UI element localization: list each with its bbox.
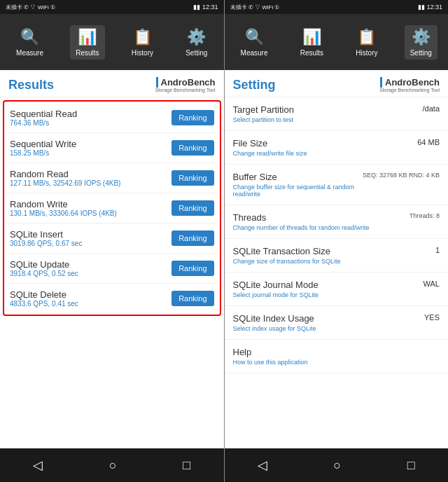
- result-info: Sequential Write 158.25 MB/s: [10, 139, 172, 157]
- results-label-left: Results: [76, 49, 99, 57]
- setting-desc: Change read/write file size: [233, 150, 412, 157]
- ranking-button[interactable]: Ranking: [172, 170, 214, 186]
- setting-item[interactable]: Target Partition Select partition to tes…: [225, 97, 449, 131]
- result-value: 4833.6 QPS, 0.41 sec: [10, 300, 172, 308]
- setting-name: Target Partition: [233, 104, 417, 115]
- result-item: Sequential Write 158.25 MB/s Ranking: [6, 133, 218, 163]
- setting-item[interactable]: File Size Change read/write file size 64…: [225, 131, 449, 165]
- result-name: Random Write: [10, 199, 172, 209]
- back-btn-right[interactable]: ◁: [258, 457, 267, 473]
- setting-value-small: SEQ: 32768 KB RND: 4 KB: [363, 172, 440, 179]
- nav-bar-left: 🔍 Measure 📊 Results 📋 History ⚙️ Setting: [0, 14, 224, 70]
- result-name: Sequential Read: [10, 109, 172, 119]
- results-label-right: Results: [300, 49, 323, 57]
- setting-info: SQLite Journal Mode Select journal mode …: [233, 280, 418, 298]
- setting-item[interactable]: Threads Change number of threads for ran…: [225, 205, 449, 239]
- right-phone: 未插卡 ✆ ▽ WiFi ① ▮▮ 12:31 🔍 Measure 📊 Resu…: [225, 0, 449, 482]
- measure-icon-left: 🔍: [20, 28, 39, 46]
- setting-value: YES: [424, 313, 440, 322]
- result-value: 3918.4 QPS, 0.52 sec: [10, 270, 172, 277]
- setting-desc: Select journal mode for SQLite: [233, 291, 418, 298]
- ranking-button[interactable]: Ranking: [172, 110, 214, 125]
- setting-info: SQLite Transaction Size Change size of t…: [233, 246, 430, 265]
- history-label-right: History: [356, 49, 377, 57]
- result-value: 130.1 MB/s, 33306.64 IOPS (4KB): [10, 209, 172, 217]
- status-left: 未插卡 ✆ ▽ WiFi ①: [6, 4, 55, 11]
- home-btn-right[interactable]: ○: [333, 458, 341, 473]
- measure-icon-right: 🔍: [245, 28, 264, 46]
- logo-right: AndroBench Storage Benchmarking Tool: [379, 77, 440, 92]
- setting-desc: Change buffer size for sequential & rand…: [233, 184, 360, 198]
- setting-desc: Change number of threads for random read…: [233, 224, 407, 231]
- setting-list: Target Partition Select partition to tes…: [225, 97, 449, 448]
- nav-measure-right[interactable]: 🔍 Measure: [235, 25, 274, 60]
- setting-label-right: Setting: [410, 49, 432, 57]
- logo-left: AndroBench Storage Benchmarking Tool: [155, 77, 216, 92]
- setting-item[interactable]: SQLite Transaction Size Change size of t…: [225, 239, 449, 273]
- status-bar-left: 未插卡 ✆ ▽ WiFi ① ▮▮ 12:31: [0, 0, 224, 14]
- result-border: Sequential Read 764.36 MB/s Ranking Sequ…: [3, 100, 221, 316]
- result-info: SQLite Delete 4833.6 QPS, 0.41 sec: [10, 289, 172, 308]
- setting-item[interactable]: SQLite Journal Mode Select journal mode …: [225, 273, 449, 306]
- recents-btn-right[interactable]: □: [407, 458, 415, 473]
- left-phone: 未插卡 ✆ ▽ WiFi ① ▮▮ 12:31 🔍 Measure 📊 Resu…: [0, 0, 224, 482]
- history-icon-right: 📋: [357, 28, 376, 46]
- result-value: 3019.86 QPS, 0.67 sec: [10, 240, 172, 247]
- result-name: Sequential Write: [10, 139, 172, 149]
- recents-btn-left[interactable]: □: [183, 458, 190, 473]
- ranking-button[interactable]: Ranking: [172, 261, 214, 276]
- measure-label-right: Measure: [241, 49, 268, 57]
- result-value: 764.36 MB/s: [10, 119, 172, 127]
- history-label-left: History: [132, 49, 153, 57]
- setting-name: Threads: [233, 212, 407, 223]
- setting-desc: How to use this application: [233, 359, 440, 366]
- setting-desc: Select partition to test: [233, 116, 417, 123]
- setting-item[interactable]: Buffer Size Change buffer size for seque…: [225, 165, 449, 205]
- back-btn-left[interactable]: ◁: [33, 457, 43, 473]
- result-info: SQLite Insert 3019.86 QPS, 0.67 sec: [10, 229, 172, 247]
- setting-value-small: Threads: 8: [410, 212, 440, 219]
- result-value: 158.25 MB/s: [10, 149, 172, 157]
- ranking-button[interactable]: Ranking: [172, 200, 214, 216]
- nav-results-left[interactable]: 📊 Results: [70, 25, 104, 60]
- logo-text-right: AndroBench: [380, 77, 440, 88]
- nav-history-right[interactable]: 📋 History: [350, 25, 383, 60]
- content-header-left: Results AndroBench Storage Benchmarking …: [0, 70, 224, 97]
- result-info: Random Read 127.11 MB/s, 32542.69 IOPS (…: [10, 169, 172, 187]
- ranking-button[interactable]: Ranking: [172, 291, 214, 306]
- bottom-bar-right: ◁ ○ □: [225, 448, 449, 482]
- ranking-button[interactable]: Ranking: [172, 140, 214, 156]
- result-item: Random Write 130.1 MB/s, 33306.64 IOPS (…: [6, 193, 218, 223]
- result-value: 127.11 MB/s, 32542.69 IOPS (4KB): [10, 179, 172, 187]
- result-info: Sequential Read 764.36 MB/s: [10, 109, 172, 127]
- setting-desc: Select index usage for SQLite: [233, 325, 419, 332]
- status-bar-right: 未插卡 ✆ ▽ WiFi ① ▮▮ 12:31: [225, 0, 449, 14]
- content-title-right: Setting: [233, 78, 276, 92]
- setting-name: Buffer Size: [233, 172, 360, 182]
- result-name: Random Read: [10, 169, 172, 179]
- logo-sub-left: Storage Benchmarking Tool: [155, 88, 216, 92]
- setting-desc: Change size of transactions for SQLite: [233, 258, 430, 265]
- nav-bar-right: 🔍 Measure 📊 Results 📋 History ⚙️ Setting: [225, 14, 449, 70]
- results-icon-left: 📊: [78, 28, 97, 46]
- nav-measure-left[interactable]: 🔍 Measure: [10, 25, 49, 60]
- setting-item[interactable]: Help How to use this application: [225, 340, 449, 373]
- setting-info: Threads Change number of threads for ran…: [233, 212, 407, 231]
- nav-setting-right[interactable]: ⚙️ Setting: [405, 25, 438, 60]
- setting-info: Target Partition Select partition to tes…: [233, 104, 417, 123]
- results-list: Sequential Read 764.36 MB/s Ranking Sequ…: [0, 97, 224, 448]
- content-area-left: Results AndroBench Storage Benchmarking …: [0, 70, 224, 448]
- result-name: SQLite Insert: [10, 229, 172, 240]
- nav-setting-left[interactable]: ⚙️ Setting: [180, 25, 213, 60]
- setting-item[interactable]: SQLite Index Usage Select index usage fo…: [225, 306, 449, 340]
- setting-name: SQLite Transaction Size: [233, 246, 430, 256]
- status-time-right: ▮▮ 12:31: [418, 4, 442, 11]
- setting-info: File Size Change read/write file size: [233, 138, 412, 157]
- nav-history-left[interactable]: 📋 History: [126, 25, 159, 60]
- setting-info: Help How to use this application: [233, 347, 440, 366]
- setting-value: 1: [435, 246, 440, 254]
- nav-results-right[interactable]: 📊 Results: [295, 25, 329, 60]
- setting-label-left: Setting: [186, 49, 207, 57]
- home-btn-left[interactable]: ○: [109, 458, 117, 473]
- ranking-button[interactable]: Ranking: [172, 230, 214, 246]
